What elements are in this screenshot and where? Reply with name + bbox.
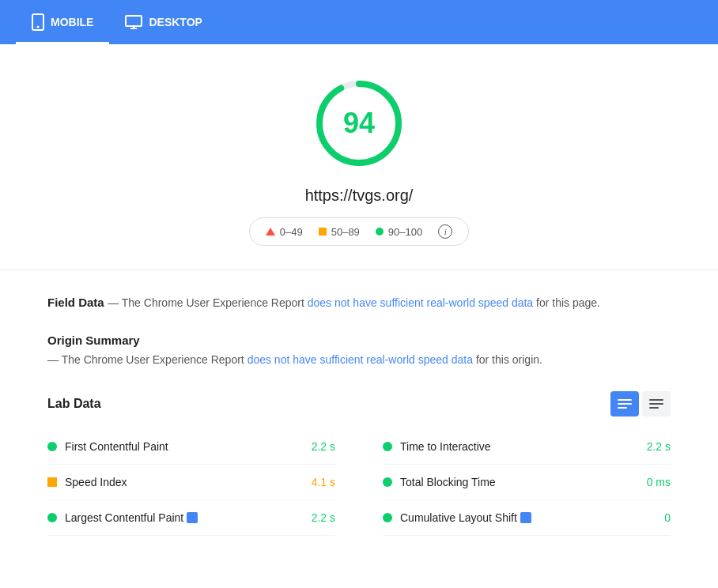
metric-tti: Time to Interactive 2.2 s bbox=[383, 429, 671, 465]
si-indicator bbox=[47, 477, 57, 487]
list-view-icon bbox=[618, 399, 632, 409]
metrics-right: Time to Interactive 2.2 s Total Blocking… bbox=[359, 429, 671, 536]
svg-rect-2 bbox=[126, 16, 142, 26]
mobile-icon bbox=[32, 13, 44, 31]
field-data-section: Field Data — The Chrome User Experience … bbox=[47, 294, 671, 311]
metric-cls: Cumulative Layout Shift 0 bbox=[383, 500, 671, 536]
tbt-indicator bbox=[383, 477, 392, 487]
origin-summary-title: Origin Summary bbox=[47, 334, 140, 347]
metrics-left: First Contentful Paint 2.2 s Speed Index… bbox=[47, 429, 359, 536]
lcp-name: Largest Contentful Paint bbox=[65, 511, 296, 524]
cls-indicator bbox=[383, 513, 392, 522]
score-url: https://tvgs.org/ bbox=[305, 187, 414, 205]
cls-value: 0 bbox=[664, 511, 671, 524]
lab-data-section: Lab Data bbox=[47, 391, 671, 536]
good-icon bbox=[376, 228, 384, 236]
grid-view-icon bbox=[649, 399, 663, 409]
score-circle: 94 bbox=[312, 76, 406, 171]
svg-point-1 bbox=[37, 26, 40, 28]
lcp-value: 2.2 s bbox=[312, 511, 335, 524]
legend-fail: 0–49 bbox=[266, 226, 303, 238]
desktop-icon bbox=[125, 15, 142, 29]
tti-name: Time to Interactive bbox=[400, 440, 631, 453]
fcp-indicator bbox=[47, 442, 57, 451]
good-range: 90–100 bbox=[388, 226, 422, 238]
metric-lcp: Largest Contentful Paint 2.2 s bbox=[47, 500, 335, 536]
score-legend: 0–49 50–89 90–100 i bbox=[249, 217, 469, 246]
lcp-indicator bbox=[47, 513, 57, 522]
fail-range: 0–49 bbox=[280, 226, 303, 238]
legend-good: 90–100 bbox=[376, 226, 422, 238]
list-view-button[interactable] bbox=[610, 391, 639, 416]
lab-data-header: Lab Data bbox=[47, 391, 671, 416]
metric-fcp: First Contentful Paint 2.2 s bbox=[47, 429, 335, 465]
tti-indicator bbox=[383, 442, 392, 451]
cls-info-icon bbox=[520, 512, 531, 523]
origin-summary-link[interactable]: does not have sufficient real-world spee… bbox=[248, 353, 473, 366]
tbt-value: 0 ms bbox=[647, 476, 671, 488]
legend-average: 50–89 bbox=[319, 226, 360, 238]
metrics-grid: First Contentful Paint 2.2 s Speed Index… bbox=[47, 429, 671, 536]
lcp-info-icon bbox=[187, 512, 198, 523]
score-number: 94 bbox=[343, 107, 375, 140]
fail-icon bbox=[266, 228, 275, 236]
origin-summary-section: Origin Summary — The Chrome User Experie… bbox=[47, 334, 671, 368]
field-data-link[interactable]: does not have sufficient real-world spee… bbox=[308, 296, 533, 309]
fcp-value: 2.2 s bbox=[312, 440, 335, 453]
mobile-tab-label: MOBILE bbox=[51, 16, 93, 28]
origin-summary-body: — The Chrome User Experience Report does… bbox=[47, 351, 671, 368]
main-content: Field Data — The Chrome User Experience … bbox=[0, 270, 718, 560]
metric-si: Speed Index 4.1 s bbox=[47, 465, 335, 500]
legend-info-button[interactable]: i bbox=[438, 224, 452, 239]
view-toggle bbox=[610, 391, 671, 416]
si-value: 4.1 s bbox=[312, 476, 335, 488]
cls-name: Cumulative Layout Shift bbox=[400, 511, 648, 524]
average-icon bbox=[319, 228, 327, 236]
tbt-name: Total Blocking Time bbox=[400, 476, 631, 488]
field-data-title: Field Data bbox=[47, 296, 104, 309]
lab-data-title: Lab Data bbox=[47, 397, 101, 411]
score-section: 94 https://tvgs.org/ 0–49 50–89 90–100 i bbox=[0, 44, 718, 270]
si-name: Speed Index bbox=[65, 476, 296, 488]
tti-value: 2.2 s bbox=[647, 440, 671, 453]
desktop-tab[interactable]: DESKTOP bbox=[109, 0, 217, 44]
metric-tbt: Total Blocking Time 0 ms bbox=[383, 465, 671, 500]
grid-view-button[interactable] bbox=[642, 391, 671, 416]
average-range: 50–89 bbox=[331, 226, 360, 238]
field-data-description: — The Chrome User Experience Report does… bbox=[108, 296, 600, 309]
desktop-tab-label: DESKTOP bbox=[149, 16, 202, 28]
fcp-name: First Contentful Paint bbox=[65, 440, 296, 453]
mobile-tab[interactable]: MOBILE bbox=[16, 0, 109, 44]
header: MOBILE DESKTOP bbox=[0, 0, 718, 44]
